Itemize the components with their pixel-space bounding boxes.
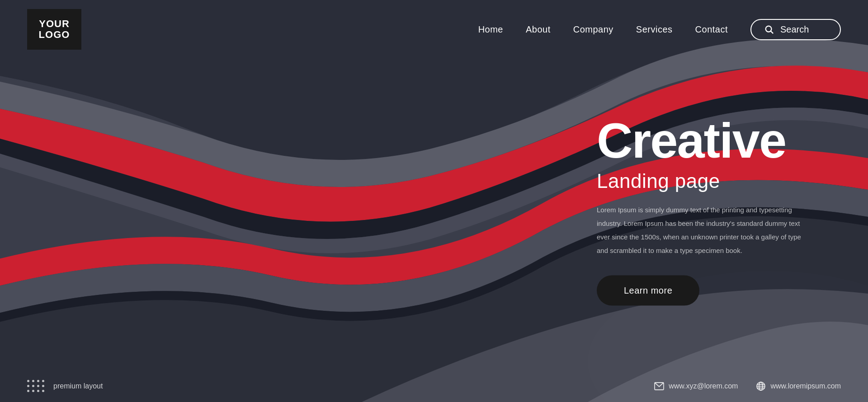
nav-company[interactable]: Company	[573, 24, 613, 35]
nav-about[interactable]: About	[526, 24, 551, 35]
svg-line-3	[771, 31, 773, 33]
hero-content: Creative Landing page Lorem Ipsum is sim…	[597, 116, 814, 306]
search-icon	[764, 24, 774, 34]
hero-title: Creative	[597, 116, 814, 165]
header: YOUR LOGO Home About Company Services Co…	[0, 0, 868, 59]
search-box[interactable]: Search	[750, 19, 841, 40]
logo[interactable]: YOUR LOGO	[27, 9, 81, 50]
search-label: Search	[780, 24, 809, 35]
footer-email[interactable]: www.xyz@lorem.com	[654, 382, 738, 390]
logo-text: YOUR LOGO	[39, 19, 70, 40]
nav-home[interactable]: Home	[478, 24, 503, 35]
nav-services[interactable]: Services	[636, 24, 673, 35]
footer-right: www.xyz@lorem.com www.loremipsum.com	[654, 381, 841, 391]
footer-website[interactable]: www.loremipsum.com	[756, 381, 841, 391]
globe-icon	[756, 381, 766, 391]
hero-subtitle: Landing page	[597, 170, 814, 192]
hero-description: Lorem Ipsum is simply dummy text of the …	[597, 203, 814, 257]
main-nav: Home About Company Services Contact Sear…	[478, 19, 841, 40]
footer: premium layout www.xyz@lorem.com www.lor…	[0, 370, 868, 402]
dots-grid-icon	[27, 380, 45, 393]
nav-contact[interactable]: Contact	[695, 24, 728, 35]
footer-badge: premium layout	[53, 382, 103, 390]
svg-point-2	[766, 26, 772, 32]
learn-more-button[interactable]: Learn more	[597, 276, 699, 306]
footer-left: premium layout	[27, 380, 103, 393]
email-icon	[654, 382, 664, 390]
